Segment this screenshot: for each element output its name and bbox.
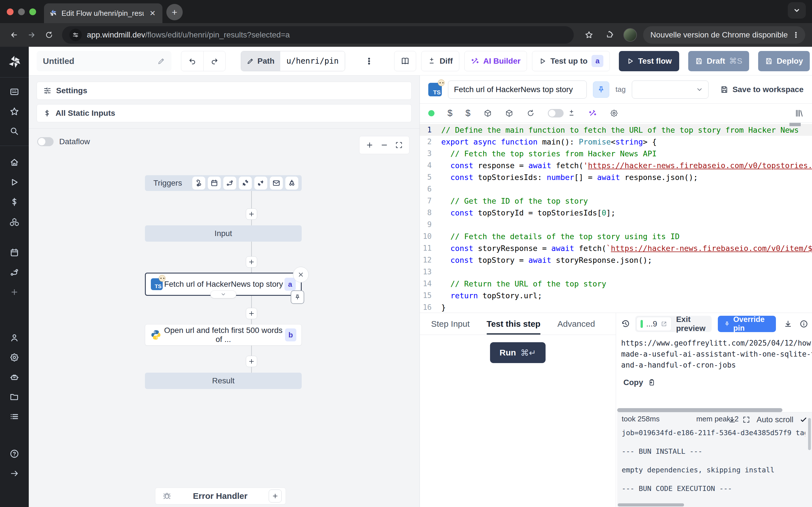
add-step-button[interactable] bbox=[246, 308, 257, 319]
code-line-10[interactable]: 10 // Fetch the details of the top story… bbox=[420, 230, 812, 242]
sidebar-runs-icon[interactable] bbox=[0, 172, 29, 192]
add-step-button[interactable] bbox=[246, 256, 257, 268]
pin-toggle-button[interactable] bbox=[593, 81, 609, 98]
sidebar-settings-icon[interactable] bbox=[0, 348, 29, 367]
tab-search-button[interactable] bbox=[788, 2, 806, 18]
back-button[interactable] bbox=[7, 27, 21, 42]
code-line-11[interactable]: 11 const storyResponse = await fetch(`ht… bbox=[420, 242, 812, 254]
sidebar-favorites-icon[interactable] bbox=[0, 102, 29, 121]
reset-icon[interactable] bbox=[526, 109, 535, 117]
reload-button[interactable] bbox=[42, 27, 56, 42]
code-line-2[interactable]: 2export async function main(): Promise<s… bbox=[420, 136, 812, 148]
result-horizontal-scrollbar[interactable] bbox=[617, 408, 809, 412]
add-step-button[interactable] bbox=[246, 209, 257, 220]
kafka-trigger-icon[interactable] bbox=[254, 177, 267, 189]
code-line-8[interactable]: 8 const topStoryId = topStoriesIds[0]; bbox=[420, 207, 812, 219]
override-pin-button[interactable]: Override pin bbox=[718, 316, 776, 332]
step-result-value[interactable]: https://www.geoffreylitt.com/2025/04/12/… bbox=[616, 335, 812, 371]
script-settings-icon[interactable] bbox=[610, 109, 618, 117]
flow-name-input[interactable]: Untitled bbox=[37, 51, 171, 71]
diff-button[interactable]: Diff bbox=[421, 51, 459, 71]
library-icon[interactable] bbox=[795, 109, 804, 118]
diff-mode-toggle[interactable] bbox=[548, 109, 564, 117]
code-line-4[interactable]: 4 const response = await fetch('https://… bbox=[420, 159, 812, 171]
sidebar-logs-icon[interactable] bbox=[0, 407, 29, 427]
dataflow-toggle[interactable] bbox=[37, 137, 54, 146]
code-line-16[interactable]: 16} bbox=[420, 301, 812, 313]
http-route-trigger-icon[interactable] bbox=[223, 177, 236, 189]
run-button[interactable]: Run ⌘↵ bbox=[490, 342, 546, 363]
code-line-12[interactable]: 12 const topStory = await storyResponse.… bbox=[420, 254, 812, 266]
collapse-step-button[interactable] bbox=[210, 290, 236, 298]
tab-advanced[interactable]: Advanced bbox=[557, 313, 595, 335]
flow-graph-canvas[interactable]: Dataflow Triggers bbox=[29, 129, 419, 507]
input-node[interactable]: Input bbox=[145, 225, 302, 242]
log-vertical-scrollbar[interactable] bbox=[808, 418, 811, 450]
draft-button[interactable]: Draft ⌘S bbox=[688, 51, 749, 71]
zoom-out-button[interactable] bbox=[377, 138, 392, 152]
test-up-to-step-badge[interactable]: a bbox=[592, 55, 603, 67]
all-static-inputs-button[interactable]: All Static Inputs bbox=[37, 104, 412, 122]
sidebar-resources-icon[interactable] bbox=[0, 212, 29, 231]
sidebar-add-icon[interactable] bbox=[0, 282, 29, 302]
websocket-trigger-icon[interactable] bbox=[239, 177, 252, 189]
minimize-window-button[interactable] bbox=[18, 8, 25, 15]
insert-resource-icon[interactable]: $ bbox=[465, 108, 470, 118]
tab-close-icon[interactable]: ✕ bbox=[148, 9, 157, 18]
sidebar-variables-icon[interactable] bbox=[0, 192, 29, 212]
sidebar-routes-icon[interactable] bbox=[0, 263, 29, 282]
copy-result-button[interactable]: Copy bbox=[616, 371, 812, 387]
edit-pencil-icon[interactable] bbox=[157, 57, 165, 65]
maximize-window-button[interactable] bbox=[29, 8, 36, 15]
tab-step-input[interactable]: Step Input bbox=[431, 313, 470, 335]
code-line-3[interactable]: 3 // Fetch the top stories from Hacker N… bbox=[420, 148, 812, 159]
code-editor[interactable]: 1// Define the main function to fetch th… bbox=[420, 123, 812, 313]
webhook-trigger-icon[interactable] bbox=[192, 177, 205, 189]
insert-variable-icon[interactable]: $ bbox=[448, 108, 453, 118]
code-line-14[interactable]: 14 // Return the URL of the top story bbox=[420, 278, 812, 290]
more-options-icon[interactable] bbox=[365, 57, 373, 65]
browser-menu-icon[interactable] bbox=[792, 31, 800, 39]
close-window-button[interactable] bbox=[7, 8, 13, 15]
bookmark-star-icon[interactable] bbox=[581, 27, 596, 42]
path-control[interactable]: Path u/henri/pin bbox=[241, 51, 345, 71]
step-title-input[interactable]: Fetch url of HackerNews top story bbox=[448, 80, 587, 99]
log-horizontal-scrollbar[interactable] bbox=[618, 503, 684, 506]
ai-generate-icon[interactable] bbox=[589, 109, 597, 117]
test-up-to-button[interactable]: Test up to a bbox=[532, 51, 610, 71]
site-settings-icon[interactable] bbox=[69, 29, 82, 41]
fit-view-button[interactable] bbox=[392, 138, 406, 152]
log-output[interactable]: job=019634fd-e186-211f-5364-d3e4385d57f9… bbox=[622, 428, 805, 503]
docs-button[interactable] bbox=[394, 51, 416, 71]
extensions-icon[interactable] bbox=[603, 27, 617, 42]
expand-logs-icon[interactable] bbox=[742, 416, 750, 424]
test-flow-button[interactable]: Test flow bbox=[619, 51, 679, 71]
error-handler-node[interactable]: Error Handler bbox=[155, 488, 286, 504]
windmill-logo[interactable] bbox=[0, 47, 29, 77]
macos-window-controls[interactable] bbox=[7, 8, 36, 15]
triggers-node[interactable]: Triggers bbox=[145, 175, 302, 191]
sidebar-collapse-icon[interactable] bbox=[0, 464, 29, 483]
poll-trigger-icon[interactable] bbox=[285, 177, 298, 189]
code-line-9[interactable]: 9 bbox=[420, 219, 812, 230]
sidebar-apps-icon[interactable] bbox=[0, 82, 29, 102]
code-line-6[interactable]: 6 bbox=[420, 183, 812, 195]
sidebar-workers-icon[interactable] bbox=[0, 367, 29, 387]
exit-preview-button[interactable]: Exit preview bbox=[676, 315, 711, 333]
sidebar-help-icon[interactable] bbox=[0, 444, 29, 464]
code-line-5[interactable]: 5 const topStoriesIds: number[] = await … bbox=[420, 171, 812, 183]
history-icon[interactable] bbox=[621, 320, 630, 328]
job-result-pill[interactable]: ...9 bbox=[637, 317, 672, 331]
code-line-7[interactable]: 7 // Get the ID of the top story bbox=[420, 195, 812, 207]
save-to-workspace-button[interactable]: Save to workspace bbox=[720, 85, 804, 94]
flow-settings-button[interactable]: Settings bbox=[37, 82, 412, 100]
add-step-button[interactable] bbox=[246, 356, 257, 367]
sidebar-schedules-icon[interactable] bbox=[0, 243, 29, 263]
sidebar-folders-icon[interactable] bbox=[0, 387, 29, 407]
download-logs-icon[interactable] bbox=[728, 416, 736, 424]
step-node-b[interactable]: Open url and fetch first 500 words of ..… bbox=[145, 324, 302, 346]
chrome-update-button[interactable]: Nouvelle version de Chrome disponible bbox=[643, 26, 805, 44]
undo-button[interactable] bbox=[181, 51, 203, 71]
sidebar-users-icon[interactable] bbox=[0, 328, 29, 348]
code-line-13[interactable]: 13 bbox=[420, 266, 812, 278]
